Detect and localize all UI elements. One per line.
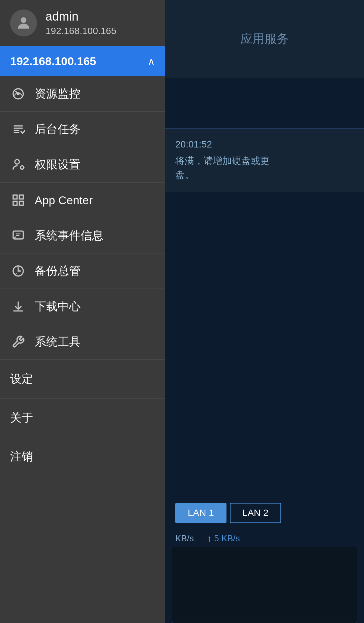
sidebar-item-backup-manager[interactable]: 备份总管 xyxy=(0,253,165,289)
svg-point-2 xyxy=(18,93,19,95)
lan-speed: KB/s ↑ 5 KB/s xyxy=(165,530,364,547)
lan2-tab[interactable]: LAN 2 xyxy=(230,503,281,523)
system-tools-label: 系统工具 xyxy=(35,334,81,350)
sidebar-item-logout[interactable]: 注销 xyxy=(0,437,165,476)
settings-label: 设定 xyxy=(10,372,33,385)
gauge-icon xyxy=(10,86,26,102)
chart-area xyxy=(172,547,357,623)
speed-up: ↑ 5 KB/s xyxy=(207,533,240,544)
sidebar-item-download-center[interactable]: 下载中心 xyxy=(0,289,165,324)
active-server-ip: 192.168.100.165 xyxy=(10,55,96,68)
app-center-label: App Center xyxy=(35,194,93,207)
lan1-tab[interactable]: LAN 1 xyxy=(175,503,226,523)
active-server-row[interactable]: 192.168.100.165 ∧ xyxy=(0,46,165,76)
sidebar-item-resource-monitor[interactable]: 资源监控 xyxy=(0,76,165,112)
sidebar-item-about[interactable]: 关于 xyxy=(0,399,165,437)
notification-time: 20:01:52 xyxy=(175,139,354,150)
grid-icon xyxy=(10,192,26,208)
sidebar-item-background-tasks[interactable]: 后台任务 xyxy=(0,112,165,147)
notification-text-1: 将满，请增加硬盘或更 xyxy=(175,154,354,168)
system-events-label: 系统事件信息 xyxy=(35,228,103,243)
lan-section: LAN 1 LAN 2 KB/s ↑ 5 KB/s xyxy=(165,496,364,547)
notification-text-2: 盘。 xyxy=(175,168,354,182)
svg-rect-13 xyxy=(13,195,17,199)
sidebar-item-permissions[interactable]: 权限设置 xyxy=(0,147,165,183)
sidebar-item-app-center[interactable]: App Center xyxy=(0,183,165,218)
user-info: admin 192.168.100.165 xyxy=(46,9,116,36)
svg-point-0 xyxy=(21,17,27,23)
bg-notification: 20:01:52 将满，请增加硬盘或更 盘。 xyxy=(165,128,364,192)
permissions-label: 权限设置 xyxy=(35,157,81,172)
download-icon xyxy=(10,298,26,315)
resource-monitor-label: 资源监控 xyxy=(35,86,81,102)
app-service-tab: 应用服务 xyxy=(240,31,289,47)
speed-down: KB/s xyxy=(175,533,194,544)
backup-icon xyxy=(10,263,26,279)
logout-label: 注销 xyxy=(10,450,33,463)
username: admin xyxy=(46,9,116,24)
download-center-label: 下载中心 xyxy=(35,299,81,314)
chevron-up-icon: ∧ xyxy=(148,55,155,67)
avatar xyxy=(10,9,37,36)
tools-icon xyxy=(10,334,26,350)
person-settings-icon xyxy=(10,157,26,173)
lan-tabs: LAN 1 LAN 2 xyxy=(165,496,364,530)
backup-manager-label: 备份总管 xyxy=(35,263,81,279)
menu-items-container: 资源监控 后台任务 xyxy=(0,76,165,623)
svg-rect-14 xyxy=(19,195,23,199)
person-icon xyxy=(15,15,32,31)
bg-header: 应用服务 xyxy=(165,0,364,78)
sidebar-item-settings[interactable]: 设定 xyxy=(0,360,165,399)
svg-point-7 xyxy=(15,160,19,164)
about-label: 关于 xyxy=(10,411,33,424)
message-icon xyxy=(10,227,26,244)
sidebar-item-system-tools[interactable]: 系统工具 xyxy=(0,324,165,360)
sidebar-item-system-events[interactable]: 系统事件信息 xyxy=(0,218,165,253)
svg-rect-16 xyxy=(19,201,23,205)
svg-rect-15 xyxy=(13,201,17,205)
tasks-icon xyxy=(10,121,26,137)
user-header: admin 192.168.100.165 xyxy=(0,0,165,46)
user-ip: 192.168.100.165 xyxy=(46,26,116,36)
svg-point-8 xyxy=(21,166,24,169)
side-menu: admin 192.168.100.165 192.168.100.165 ∧ … xyxy=(0,0,165,623)
background-tasks-label: 后台任务 xyxy=(35,121,81,137)
